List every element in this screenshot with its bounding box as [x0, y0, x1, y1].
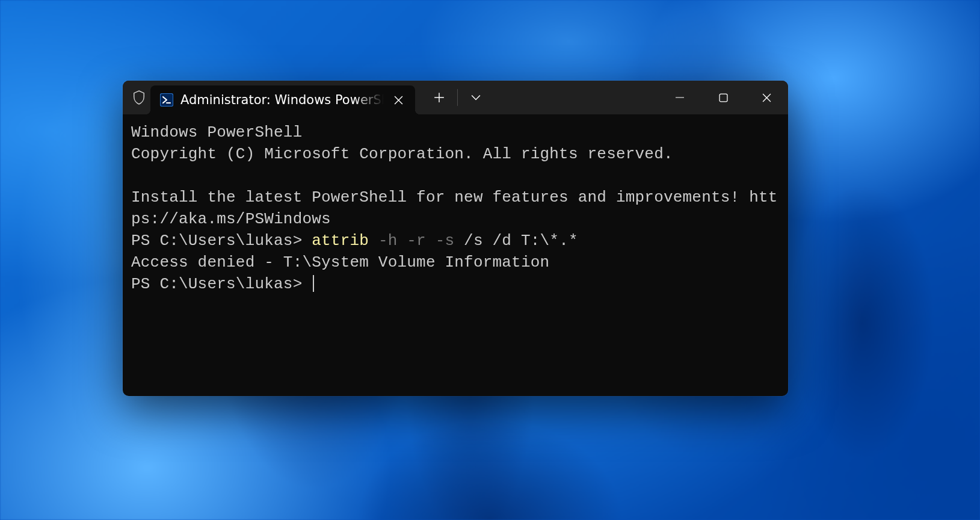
terminal-copyright-line: Copyright (C) Microsoft Corporation. All…: [131, 145, 673, 163]
tab-powershell[interactable]: Administrator: Windows PowerShell: [150, 85, 415, 114]
terminal-install-message: Install the latest PowerShell for new fe…: [131, 188, 778, 228]
terminal-cursor: [313, 275, 314, 292]
terminal-command-name: attrib: [312, 232, 369, 250]
titlebar[interactable]: Administrator: Windows PowerShell: [123, 81, 788, 114]
terminal-body[interactable]: Windows PowerShell Copyright (C) Microso…: [123, 114, 788, 396]
terminal-command-flags: -h -r -s: [369, 232, 454, 250]
close-button[interactable]: [745, 81, 788, 114]
terminal-output-line: Access denied - T:\System Volume Informa…: [131, 253, 549, 271]
titlebar-drag-region[interactable]: [493, 81, 658, 114]
terminal-window: Administrator: Windows PowerShell: [123, 81, 788, 396]
terminal-prompt: PS C:\Users\lukas>: [131, 275, 312, 293]
new-tab-button[interactable]: [422, 81, 456, 114]
shield-icon: [132, 90, 146, 105]
svg-rect-8: [720, 94, 727, 102]
window-controls: [658, 81, 788, 114]
tab-dropdown-button[interactable]: [459, 81, 493, 114]
tab-actions: [422, 81, 493, 114]
powershell-icon: [160, 93, 173, 107]
terminal-prompt: PS C:\Users\lukas>: [131, 232, 312, 250]
minimize-button[interactable]: [658, 81, 701, 114]
terminal-command-args: /s /d T:\*.*: [454, 232, 578, 250]
tab-close-button[interactable]: [391, 93, 405, 107]
tab-action-separator: [457, 89, 458, 106]
maximize-button[interactable]: [701, 81, 745, 114]
tab-title: Administrator: Windows PowerShell: [180, 93, 384, 107]
terminal-header-line: Windows PowerShell: [131, 123, 302, 141]
